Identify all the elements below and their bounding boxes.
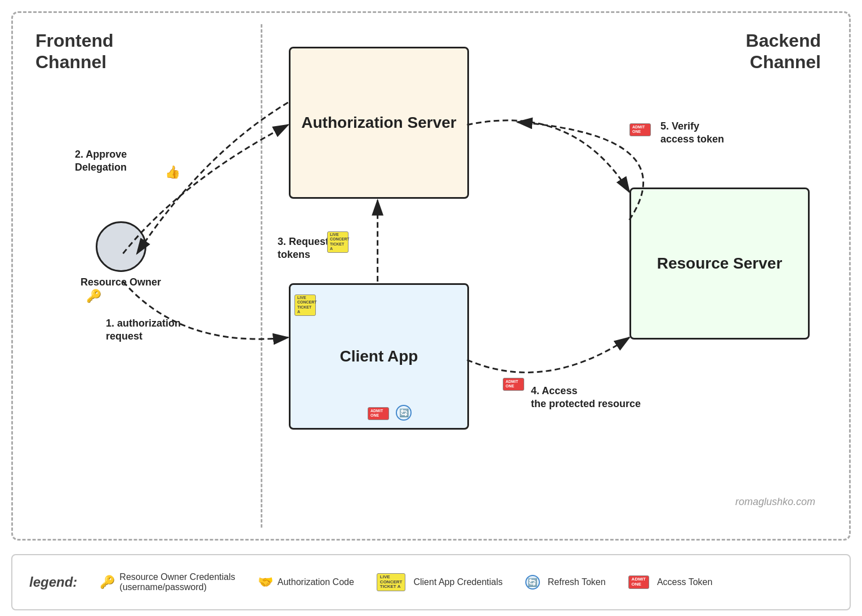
resource-owner: Resource Owner	[81, 221, 161, 288]
legend-item-auth-code: 🤝 Authorization Code	[258, 575, 354, 590]
resource-server-box: Resource Server	[629, 188, 810, 340]
legend-auth-code-label: Authorization Code	[278, 577, 354, 587]
legend-item-client-creds: LIVECONCERTTICKET A Client App Credentia…	[377, 573, 503, 591]
step4-label: 4. Accessthe protected resource	[531, 385, 641, 411]
resource-owner-label: Resource Owner	[81, 276, 161, 288]
ticket-legend-icon: LIVECONCERTTICKET A	[377, 573, 406, 591]
client-credentials-badge-app: LIVECONCERTTICKETA	[294, 294, 316, 316]
channel-divider	[261, 24, 262, 528]
thumbs-up-icon: 👍	[165, 165, 180, 180]
access-legend-icon: ADMITONE	[628, 575, 649, 589]
legend-area: legend: 🔑 Resource Owner Credentials(use…	[11, 554, 851, 610]
auth-code-legend-icon: 🤝	[258, 575, 273, 590]
step2-label: 2. ApproveDelegation	[75, 148, 127, 175]
access-token-badge-4: ADMITONE	[503, 378, 524, 391]
step3-label: 3. Requesttokens	[278, 235, 329, 262]
legend-item-credentials: 🔑 Resource Owner Credentials(username/pa…	[100, 572, 235, 592]
resource-owner-avatar	[96, 221, 146, 272]
legend-item-refresh: 🔄 Refresh Token	[525, 575, 606, 590]
refresh-legend-icon: 🔄	[525, 575, 540, 590]
step5-label: 5. Verifyaccess token	[660, 120, 724, 146]
auth-server-box: Authorization Server	[289, 47, 469, 199]
frontend-channel-label: FrontendChannel	[35, 30, 114, 73]
resource-server-label: Resource Server	[657, 253, 783, 274]
legend-credentials-label: Resource Owner Credentials(username/pass…	[119, 572, 235, 592]
legend-client-creds-label: Client App Credentials	[413, 577, 502, 587]
main-diagram: FrontendChannel BackendChannel Authoriza…	[11, 11, 851, 541]
watermark: romaglushko.com	[735, 496, 815, 508]
legend-title: legend:	[29, 574, 77, 590]
refresh-token-in-client: 🔄	[396, 405, 412, 421]
backend-channel-label: BackendChannel	[746, 30, 821, 73]
key-legend-icon: 🔑	[100, 575, 115, 590]
access-token-in-client: ADMITONE	[368, 407, 389, 420]
key-icon: 🔑	[86, 289, 101, 303]
access-token-badge-5: ADMITONE	[629, 123, 651, 136]
client-app-label: Client App	[340, 346, 418, 367]
client-credentials-badge-3: LIVECONCERTTICKETA	[327, 231, 349, 253]
legend-refresh-label: Refresh Token	[548, 577, 606, 587]
legend-access-label: Access Token	[657, 577, 712, 587]
legend-item-access: ADMITONE Access Token	[628, 575, 713, 589]
auth-server-label: Authorization Server	[301, 113, 456, 133]
step1-label: 1. authorizationrequest	[106, 317, 181, 343]
